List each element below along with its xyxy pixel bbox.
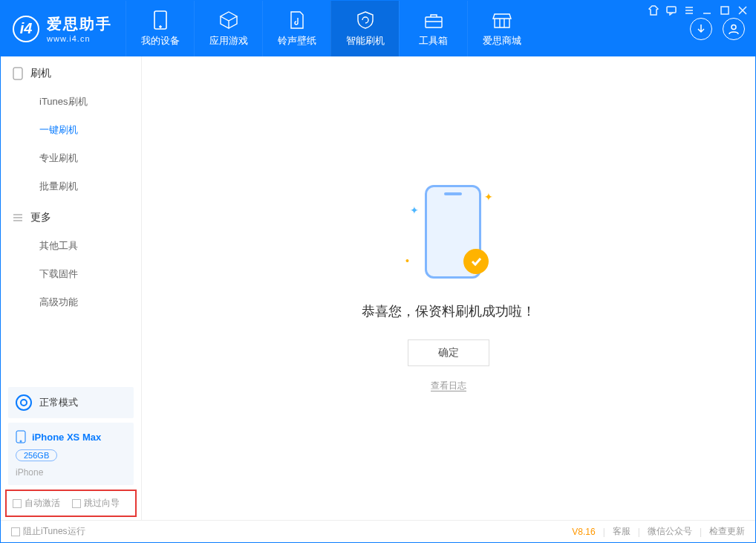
svg-point-5 <box>731 25 736 29</box>
device-icon <box>151 10 170 30</box>
sidebar-item-oneclick-flash[interactable]: 一键刷机 <box>1 116 141 144</box>
flash-options-box: 自动激活 跳过向导 <box>5 490 137 517</box>
ok-button[interactable]: 确定 <box>408 339 489 366</box>
sidebar-item-itunes-flash[interactable]: iTunes刷机 <box>1 88 141 116</box>
version-label: V8.16 <box>572 527 595 537</box>
svg-rect-3 <box>667 7 676 13</box>
status-bar: 阻止iTunes运行 V8.16 | 客服 | 微信公众号 | 检查更新 <box>1 520 755 542</box>
app-name: 爱思助手 <box>47 14 112 34</box>
nav-label: 智能刷机 <box>346 34 385 48</box>
device-name: iPhone XS Max <box>32 432 101 443</box>
app-logo: i4 爱思助手 www.i4.cn <box>1 1 126 56</box>
checkbox-skip-guide[interactable]: 跳过向导 <box>72 497 120 510</box>
wechat-link[interactable]: 微信公众号 <box>648 525 692 538</box>
app-header: i4 爱思助手 www.i4.cn 我的设备 应用游戏 铃声壁纸 <box>1 1 755 56</box>
main-nav: 我的设备 应用游戏 铃声壁纸 智能刷机 工具箱 <box>126 1 535 56</box>
device-info-box[interactable]: iPhone XS Max 256GB iPhone <box>8 423 134 485</box>
svg-rect-4 <box>721 7 729 14</box>
success-message: 恭喜您，保资料刷机成功啦！ <box>362 302 535 320</box>
checkbox-icon <box>13 499 22 508</box>
main-content: ✦ ✦ • 恭喜您，保资料刷机成功啦！ 确定 查看日志 <box>142 56 755 520</box>
svg-rect-7 <box>16 431 25 443</box>
sparkle-icon: • <box>405 255 409 267</box>
phone-icon <box>16 430 26 443</box>
group-label: 更多 <box>30 211 51 224</box>
svg-rect-2 <box>426 17 442 27</box>
check-badge-icon <box>463 249 489 274</box>
window-controls <box>648 5 748 16</box>
nav-label: 工具箱 <box>419 34 448 48</box>
sparkle-icon: ✦ <box>484 191 493 203</box>
toolbox-icon <box>424 10 443 30</box>
device-subtype: iPhone <box>16 467 43 478</box>
app-url: www.i4.cn <box>47 34 112 43</box>
sidebar-item-advanced[interactable]: 高级功能 <box>1 288 141 316</box>
checkbox-label: 跳过向导 <box>84 497 120 510</box>
menu-icon[interactable] <box>684 5 694 16</box>
close-icon[interactable] <box>737 5 748 16</box>
nav-label: 爱思商城 <box>483 34 521 48</box>
device-mode-box[interactable]: 正常模式 <box>8 387 134 418</box>
nav-flash[interactable]: 智能刷机 <box>330 1 399 56</box>
list-icon <box>13 212 23 223</box>
phone-outline-icon <box>13 67 23 80</box>
view-log-link[interactable]: 查看日志 <box>431 380 466 392</box>
nav-label: 我的设备 <box>141 34 180 48</box>
support-link[interactable]: 客服 <box>613 525 630 538</box>
logo-icon: i4 <box>13 16 39 42</box>
sidebar-group-more: 更多 <box>1 201 141 232</box>
nav-apps[interactable]: 应用游戏 <box>194 1 262 56</box>
sidebar-item-download-firmware[interactable]: 下载固件 <box>1 260 141 288</box>
mode-indicator-icon <box>16 394 32 411</box>
checkbox-icon <box>11 527 20 536</box>
cube-icon <box>219 10 238 30</box>
feedback-icon[interactable] <box>666 5 677 16</box>
checkbox-label: 阻止iTunes运行 <box>23 525 85 538</box>
checkbox-block-itunes[interactable]: 阻止iTunes运行 <box>11 525 85 538</box>
success-illustration: ✦ ✦ • <box>404 185 493 282</box>
sidebar-item-batch-flash[interactable]: 批量刷机 <box>1 172 141 201</box>
store-icon <box>492 10 512 30</box>
svg-point-1 <box>159 25 161 27</box>
sidebar-item-pro-flash[interactable]: 专业刷机 <box>1 144 141 172</box>
nav-label: 应用游戏 <box>209 34 248 48</box>
svg-point-8 <box>20 440 22 442</box>
sidebar: 刷机 iTunes刷机 一键刷机 专业刷机 批量刷机 更多 其他工具 下载固件 … <box>1 56 142 520</box>
nav-my-device[interactable]: 我的设备 <box>126 1 194 56</box>
nav-ringtone[interactable]: 铃声壁纸 <box>262 1 330 56</box>
music-file-icon <box>287 10 307 30</box>
nav-store[interactable]: 爱思商城 <box>467 1 535 56</box>
device-storage: 256GB <box>16 449 57 461</box>
maximize-icon[interactable] <box>720 5 730 16</box>
svg-rect-6 <box>13 68 22 79</box>
checkbox-auto-activate[interactable]: 自动激活 <box>13 497 60 510</box>
sidebar-item-other-tools[interactable]: 其他工具 <box>1 232 141 260</box>
check-update-link[interactable]: 检查更新 <box>709 525 745 538</box>
shield-refresh-icon <box>356 10 375 30</box>
download-button[interactable] <box>690 18 712 40</box>
group-label: 刷机 <box>30 67 51 80</box>
checkbox-icon <box>72 499 81 508</box>
account-button[interactable] <box>723 18 745 40</box>
checkbox-label: 自动激活 <box>25 497 60 510</box>
minimize-icon[interactable] <box>702 5 712 16</box>
device-mode-label: 正常模式 <box>39 396 78 409</box>
sidebar-group-flash: 刷机 <box>1 56 141 88</box>
nav-toolbox[interactable]: 工具箱 <box>399 1 467 56</box>
nav-label: 铃声壁纸 <box>278 34 316 48</box>
tshirt-icon[interactable] <box>648 5 659 16</box>
sparkle-icon: ✦ <box>410 204 419 216</box>
